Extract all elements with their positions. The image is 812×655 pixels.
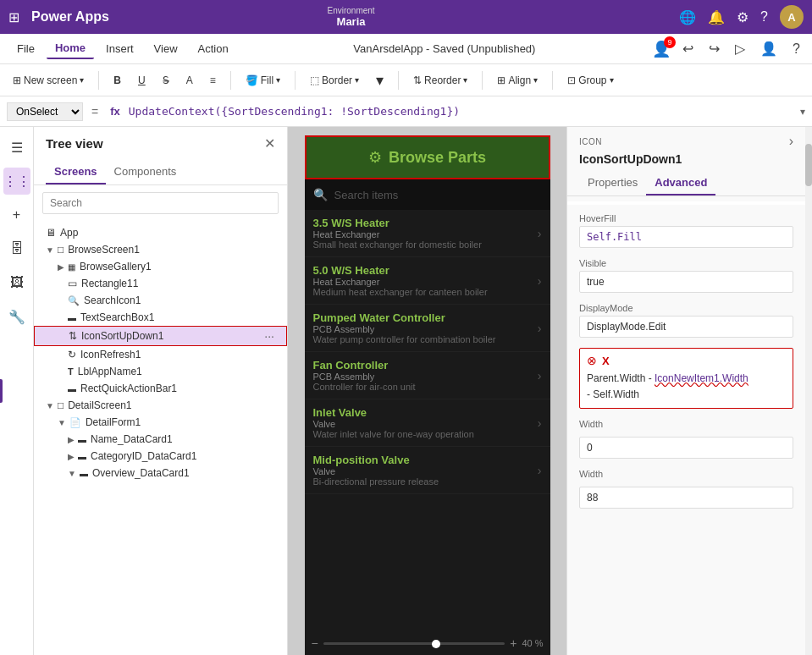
expand-name-datacard1[interactable]: ▶ [68,435,75,444]
expand-detailform1[interactable]: ▼ [58,418,66,427]
tree-item-app[interactable]: 🖥 App [34,224,287,241]
notification-icon[interactable]: 🔔 [708,9,725,25]
tree-search-input[interactable] [42,192,279,214]
menu-file[interactable]: File [8,39,43,58]
canvas-list-item-4[interactable]: Inlet Valve Valve Water inlet valve for … [305,399,550,447]
help-icon[interactable]: ? [760,9,768,25]
ellipsis-button[interactable]: ··· [264,329,274,343]
zoom-plus-button[interactable]: + [510,636,516,650]
sidebar-icon-menu[interactable]: ☰ [3,134,30,161]
border-button[interactable]: ⬚ Border ▾ [304,72,365,89]
left-sidebar-wrapper: ☰ ⋮⋮ + 🗄 🖼 🔧 [0,127,34,655]
prop-displaymode-label: DisplayMode [579,303,793,313]
canvas-item-name-3: Fan Controller [313,359,538,372]
sidebar-icon-components[interactable]: 🔧 [3,303,30,330]
prop-width1-value[interactable]: 0 [579,437,793,459]
undo-button[interactable]: ↩ [679,39,697,58]
tree-item-iconsortupdown1[interactable]: ⇅ IconSortUpDown1 ··· [34,326,287,346]
tree-body: 🖥 App ▼ □ BrowseScreen1 ▶ ▦ BrowseGaller… [34,221,287,655]
right-panel-expand-icon[interactable]: › [789,134,793,149]
tree-item-categoryid-datacard1[interactable]: ▶ ▬ CategoryID_DataCard1 [34,448,287,465]
play-button[interactable]: ▷ [732,39,748,58]
sidebar-icon-data[interactable]: 🗄 [3,235,30,262]
top-bar: ⊞ Power Apps Environment Maria 🌐 🔔 ⚙ ? A [0,0,812,34]
formula-input[interactable] [129,105,795,118]
canvas-item-desc-1: Medium heat exchanger for canteen boiler [313,287,538,297]
reorder-button[interactable]: ⇅ Reorder ▾ [407,72,473,89]
prop-width2-value[interactable]: 88 [579,487,793,509]
tree-item-rectangle11[interactable]: ▭ Rectangle11 [34,275,287,292]
tree-item-rectquickactionbar1[interactable]: ▬ RectQuickActionBar1 [34,380,287,397]
share-button[interactable]: 👤 [757,39,781,58]
tree-search [34,185,287,221]
fill-button[interactable]: 🪣 Fill ▾ [240,72,286,89]
canvas-list-item-3[interactable]: Fan Controller PCB Assembly Controller f… [305,352,550,399]
font-button[interactable]: A [180,72,199,89]
menu-view[interactable]: View [146,39,186,58]
expand-overview-datacard1[interactable]: ▼ [68,469,76,478]
sidebar-icon-media[interactable]: 🖼 [3,269,30,296]
prop-visible: Visible true [567,253,805,298]
right-scrollbar[interactable] [805,127,812,655]
bold-button[interactable]: B [108,72,127,89]
error-code[interactable]: Parent.Width - IconNewItem1.Width - Self… [587,371,786,403]
prop-displaymode-value[interactable]: DisplayMode.Edit [579,316,793,338]
notification-badge[interactable]: 👤 9 [652,40,671,58]
canvas-list-item-1[interactable]: 5.0 W/S Heater Heat Exchanger Medium hea… [305,257,550,305]
sidebar-icon-treeview[interactable]: ⋮⋮ [3,168,30,195]
prop-visible-value[interactable]: true [579,271,793,293]
zoom-minus-button[interactable]: − [312,636,318,650]
prop-hoverfill-value[interactable]: Self.Fill [579,226,793,248]
canvas-list-item-5[interactable]: Mid-position Valve Valve Bi-directional … [305,447,550,494]
tree-item-name-datacard1[interactable]: ▶ ▬ Name_DataCard1 [34,431,287,448]
toolbar-separator-1 [98,71,99,90]
tab-screens[interactable]: Screens [46,160,106,184]
redo-button[interactable]: ↪ [705,39,723,58]
property-selector[interactable]: OnSelect [7,102,83,121]
expand-browsegallery1[interactable]: ▶ [58,262,64,272]
settings-icon[interactable]: ⚙ [737,9,748,25]
canvas-list-item-2[interactable]: Pumped Water Controller PCB Assembly Wat… [305,305,550,352]
align-button[interactable]: ⊞ Align ▾ [491,72,544,89]
tree-item-browsegallery1[interactable]: ▶ ▦ BrowseGallery1 [34,258,287,275]
sidebar-icon-insert[interactable]: + [3,201,30,228]
new-screen-button[interactable]: ⊞ New screen ▾ [7,72,90,89]
align-text-button[interactable]: ≡ [204,72,222,89]
underline-button[interactable]: U [132,72,152,89]
formula-expand-icon[interactable]: ▾ [800,106,805,118]
tree-item-detailscreen1[interactable]: ▼ □ DetailScreen1 [34,397,287,414]
menu-home[interactable]: Home [47,38,94,59]
environment-icon[interactable]: 🌐 [679,9,696,25]
expand-detailscreen1[interactable]: ▼ [46,401,54,410]
tree-item-detailform1[interactable]: ▼ 📄 DetailForm1 [34,414,287,431]
tree-close-icon[interactable]: ✕ [264,135,275,151]
canvas-list-item-0[interactable]: 3.5 W/S Heater Heat Exchanger Small heat… [305,210,550,257]
canvas-header-title: Browse Parts [389,149,486,167]
tree-item-textsearchbox1[interactable]: ▬ TextSearchBox1 [34,309,287,326]
tree-item-lblappname1[interactable]: T LblAppName1 [34,363,287,380]
menu-action[interactable]: Action [190,39,237,58]
tree-item-detailform1-label: DetailForm1 [86,416,141,428]
tab-properties[interactable]: Properties [579,171,646,195]
grid-icon[interactable]: ⊞ [8,9,19,25]
tree-item-iconrefresh1[interactable]: ↻ IconRefresh1 [34,346,287,363]
help-menu-button[interactable]: ? [789,40,804,58]
prop-width2-label: Width [579,469,793,479]
strikethrough-button[interactable]: S̶ [157,72,175,89]
tab-advanced[interactable]: Advanced [646,171,715,195]
tree-item-searchicon1[interactable]: 🔍 SearchIcon1 [34,292,287,309]
avatar[interactable]: A [780,5,804,29]
tree-item-browsescreen1[interactable]: ▼ □ BrowseScreen1 [34,241,287,258]
tab-components[interactable]: Components [106,160,185,184]
formula-fx-icon: fx [107,105,124,118]
expand-browsescreen1[interactable]: ▼ [46,245,54,255]
canvas-zoom-bar: − + 40 % [305,631,550,655]
group-button[interactable]: ⊡ Group ▾ [561,72,619,89]
canvas-item-desc-0: Small heat exchanger for domestic boiler [313,239,538,250]
tree-item-overview-datacard1[interactable]: ▼ ▬ Overview_DataCard1 [34,465,287,482]
zoom-slider[interactable] [323,642,505,645]
expand-categoryid-datacard1[interactable]: ▶ [68,452,75,461]
canvas-item-desc-2: Water pump controller for combination bo… [313,334,538,344]
menu-insert[interactable]: Insert [97,39,142,58]
dropdown-button[interactable]: ▾ [370,69,389,92]
